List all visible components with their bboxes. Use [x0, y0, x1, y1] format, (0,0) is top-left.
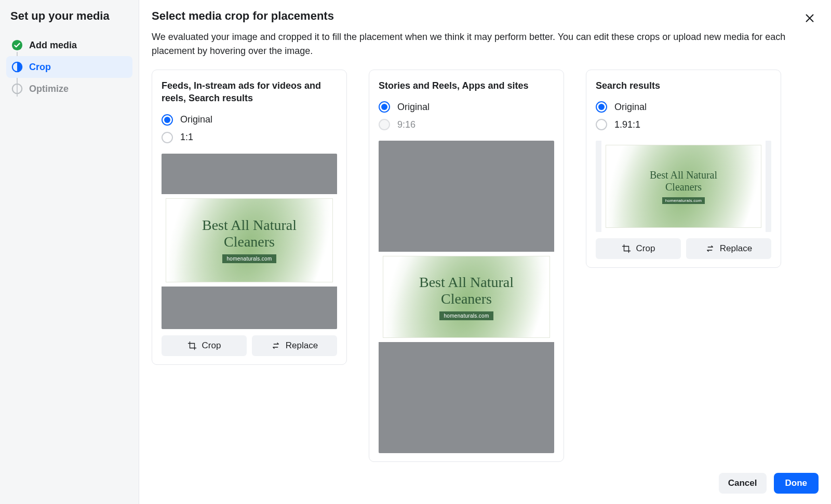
card-actions: Crop Replace [162, 335, 337, 356]
close-icon [804, 12, 815, 24]
radio-label: Original [180, 114, 212, 125]
radio-label: 1.91:1 [614, 119, 640, 130]
step-label: Crop [29, 62, 51, 73]
radio-icon [379, 101, 390, 113]
radio-191-1[interactable]: 1.91:1 [596, 116, 771, 133]
letterbox-top [162, 154, 337, 194]
radio-icon [162, 114, 173, 126]
radio-icon [162, 132, 173, 143]
cancel-button[interactable]: Cancel [719, 473, 767, 494]
empty-circle-icon [11, 83, 23, 94]
replace-button[interactable]: Replace [252, 335, 337, 356]
radio-original[interactable]: Original [596, 98, 771, 116]
creative-url-pill: homenaturals.com [222, 254, 276, 263]
letterbox-bottom [379, 342, 554, 453]
radio-9-16: 9:16 [379, 116, 554, 133]
cards-row: Feeds, In-stream ads for videos and reel… [152, 70, 819, 464]
crop-icon [622, 244, 631, 253]
creative-url-pill: homenaturals.com [662, 197, 705, 204]
sidebar: Set up your media Add media [0, 0, 139, 504]
radio-icon [379, 119, 390, 130]
step-add-media[interactable]: Add media [6, 34, 132, 56]
replace-button[interactable]: Replace [686, 238, 771, 259]
card-title: Stories and Reels, Apps and sites [379, 79, 554, 92]
radio-icon [596, 119, 607, 130]
creative-line2: Cleaners [650, 181, 717, 193]
creative-text: Best All Natural Cleaners [202, 217, 297, 250]
letterbox-bottom [162, 287, 337, 329]
preview-feeds[interactable]: Best All Natural Cleaners homenaturals.c… [162, 154, 337, 329]
creative-text: Best All Natural Cleaners [419, 274, 514, 307]
placement-card-search: Search results Original 1.91:1 Best All … [586, 70, 781, 268]
svg-point-2 [12, 84, 22, 93]
page-title: Select media crop for placements [152, 9, 334, 23]
main: Select media crop for placements We eval… [139, 0, 831, 504]
placement-card-feeds: Feeds, In-stream ads for videos and reel… [152, 70, 347, 365]
replace-button-label: Replace [720, 243, 752, 254]
creative-line1: Best All Natural [202, 217, 297, 234]
crop-button-label: Crop [636, 243, 655, 254]
replace-button-label: Replace [286, 340, 318, 351]
main-header: Select media crop for placements [152, 8, 819, 30]
placement-card-stories: Stories and Reels, Apps and sites Origin… [369, 70, 564, 462]
step-label: Add media [29, 40, 77, 51]
half-circle-icon [11, 61, 23, 73]
creative-image: Best All Natural Cleaners homenaturals.c… [162, 194, 337, 287]
radio-original[interactable]: Original [162, 111, 337, 129]
preview-search[interactable]: Best All Natural Cleaners homenaturals.c… [596, 141, 771, 232]
radio-label: 1:1 [180, 132, 193, 143]
preview-stories[interactable]: Best All Natural Cleaners homenaturals.c… [379, 141, 554, 453]
card-actions: Crop Replace [596, 238, 771, 259]
card-title: Feeds, In-stream ads for videos and reel… [162, 79, 337, 105]
creative-line1: Best All Natural [419, 274, 514, 291]
crop-button[interactable]: Crop [596, 238, 681, 259]
sidebar-title: Set up your media [10, 9, 132, 23]
step-optimize[interactable]: Optimize [6, 78, 132, 100]
radio-label: Original [397, 102, 430, 113]
footer: Cancel Done [152, 464, 819, 494]
creative-text: Best All Natural Cleaners [650, 169, 717, 193]
step-crop[interactable]: Crop [6, 56, 132, 78]
done-button[interactable]: Done [774, 473, 819, 494]
radio-1-1[interactable]: 1:1 [162, 129, 337, 146]
crop-button-label: Crop [202, 340, 221, 351]
crop-button[interactable]: Crop [162, 335, 247, 356]
creative-url-pill: homenaturals.com [439, 311, 493, 320]
creative-line1: Best All Natural [650, 169, 717, 181]
close-button[interactable] [801, 9, 819, 27]
creative-line2: Cleaners [419, 291, 514, 307]
swap-icon [705, 244, 715, 253]
radio-original[interactable]: Original [379, 98, 554, 116]
radio-label: Original [614, 102, 647, 113]
card-title: Search results [596, 79, 771, 92]
radio-label: 9:16 [397, 119, 416, 130]
step-label: Optimize [29, 84, 69, 94]
creative-image: Best All Natural Cleaners homenaturals.c… [601, 141, 766, 232]
step-list: Add media Crop Optimi [6, 34, 132, 100]
crop-icon [187, 341, 197, 350]
swap-icon [271, 341, 280, 350]
creative-image: Best All Natural Cleaners homenaturals.c… [379, 252, 554, 342]
creative-line2: Cleaners [202, 234, 297, 250]
radio-icon [596, 101, 607, 113]
letterbox-top [379, 141, 554, 252]
check-circle-icon [11, 39, 23, 51]
page-description: We evaluated your image and cropped it t… [152, 30, 816, 58]
